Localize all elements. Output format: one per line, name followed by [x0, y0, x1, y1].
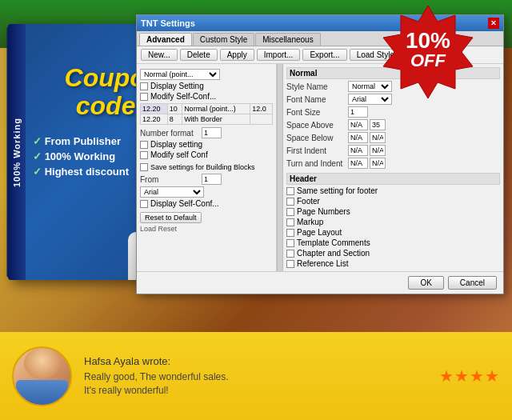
font-size-label: Font Size	[286, 108, 346, 117]
first-indent-row: First Indent	[286, 145, 500, 156]
turn-indent-row: Turn and Indent	[286, 158, 500, 169]
chapter-section-check: Chapter and Section	[286, 249, 500, 258]
reviewer-name: Hafsa Ayala wrote:	[84, 355, 427, 367]
list-item: Highest discount	[33, 166, 129, 178]
tab-custom-style[interactable]: Custom Style	[193, 33, 254, 46]
template-comments-label: Template Comments	[297, 238, 370, 247]
modify-selfconf-checkbox[interactable]	[140, 93, 148, 101]
reset-default-button[interactable]: Reset to Default	[140, 212, 202, 223]
turn-indent-input[interactable]	[348, 158, 368, 169]
font-size-input[interactable]	[348, 106, 368, 118]
space-below-label: Space Below	[286, 134, 346, 142]
list-item: 100% Working	[33, 150, 129, 162]
page-layout-checkbox[interactable]	[286, 229, 294, 237]
from-input[interactable]	[202, 174, 222, 185]
delete-button[interactable]: Delete	[180, 49, 218, 61]
style-name-label: Style Name	[286, 82, 346, 91]
display-setting-checkbox[interactable]	[140, 82, 148, 90]
same-footer-check: Same setting for footer	[286, 186, 500, 195]
reference-list-label: Reference List	[297, 259, 348, 268]
display-selfconf-label: Display Self-Conf...	[150, 199, 219, 208]
cancel-button[interactable]: Cancel	[448, 276, 497, 290]
space-above-input2[interactable]	[370, 119, 386, 130]
template-comments-checkbox[interactable]	[286, 239, 294, 247]
ok-button[interactable]: OK	[408, 276, 443, 290]
reset-area: Reset to Default	[140, 212, 273, 223]
save-settings-check: Save settings for Building Blocks	[140, 163, 273, 171]
modify-check2: Modify self Conf	[140, 150, 273, 159]
feature-list: From Publisher 100% Working Highest disc…	[33, 132, 129, 181]
tab-advanced[interactable]: Advanced	[139, 33, 192, 46]
space-below-input2[interactable]	[370, 132, 386, 143]
dialog-footer: OK Cancel	[137, 271, 503, 294]
styles-table: 12.20 10 Normal (point...) 12.0 12.20 8 …	[140, 103, 273, 125]
turn-indent-input2[interactable]	[370, 158, 386, 169]
page-numbers-check: Page Numbers	[286, 207, 500, 216]
stars-area: ★★★★	[439, 366, 500, 386]
display-setting-label: Display Setting	[150, 82, 204, 90]
markup-label: Markup	[297, 218, 323, 226]
same-footer-label: Same setting for footer	[297, 186, 378, 195]
display-selfconf-check: Display Self-Conf...	[140, 199, 273, 208]
modify-selfconf-label: Modify Self-Conf...	[150, 92, 216, 101]
display-check2: Display setting	[140, 140, 273, 149]
first-indent-input2[interactable]	[370, 145, 386, 156]
page-layout-check: Page Layout	[286, 228, 500, 237]
footer-label: Footer	[297, 197, 320, 206]
panel-divider	[277, 64, 283, 282]
table-row: 12.20 10 Normal (point...) 12.0	[141, 104, 273, 114]
svg-text:10%: 10%	[406, 28, 450, 53]
style-select[interactable]: Normal (point...	[140, 69, 220, 80]
number-format-row: Number format	[140, 127, 273, 138]
modify-label2: Modify self Conf	[150, 150, 208, 159]
table-row: 12.20 8 With Border	[141, 114, 273, 125]
modify-checkbox2[interactable]	[140, 151, 148, 159]
reviewer-avatar	[12, 346, 72, 406]
chapter-section-checkbox[interactable]	[286, 250, 294, 258]
side-text-label: 100% Working	[12, 118, 22, 187]
display-selfconf-checkbox[interactable]	[140, 200, 148, 208]
page-numbers-label: Page Numbers	[297, 207, 350, 216]
font-select-left[interactable]: Arial	[140, 186, 204, 198]
footer-check: Footer	[286, 197, 500, 206]
export-button[interactable]: Export...	[302, 49, 346, 61]
first-indent-input[interactable]	[348, 145, 368, 156]
font-name-label: Font Name	[286, 95, 346, 104]
style-dropdown-row: Normal (point...	[140, 69, 273, 80]
display-checkbox2[interactable]	[140, 141, 148, 149]
space-above-row: Space Above	[286, 119, 500, 130]
styles-table-area: 12.20 10 Normal (point...) 12.0 12.20 8 …	[140, 103, 273, 125]
review-text: Really good, The wonderful sales. It's r…	[84, 370, 427, 398]
modify-selfconf-check: Modify Self-Conf...	[140, 92, 273, 101]
markup-check: Markup	[286, 218, 500, 226]
number-format-input[interactable]	[202, 127, 222, 138]
first-indent-label: First Indent	[286, 146, 346, 155]
reference-list-check: Reference List	[286, 259, 500, 268]
star-rating: ★★★★	[439, 366, 500, 386]
tab-miscellaneous[interactable]: Miscellaneous	[255, 33, 320, 46]
space-below-input[interactable]	[348, 132, 368, 143]
same-footer-checkbox[interactable]	[286, 187, 294, 195]
import-button[interactable]: Import...	[257, 49, 301, 61]
new-button[interactable]: New...	[141, 49, 178, 61]
space-above-input[interactable]	[348, 119, 368, 130]
apply-button[interactable]: Apply	[220, 49, 254, 61]
markup-checkbox[interactable]	[286, 218, 294, 226]
close-button[interactable]: ✕	[488, 18, 499, 29]
header-section-title: Header	[286, 173, 500, 185]
page-numbers-checkbox[interactable]	[286, 208, 294, 216]
page-layout-label: Page Layout	[297, 228, 342, 237]
reference-list-checkbox[interactable]	[286, 260, 294, 268]
save-settings-checkbox[interactable]	[140, 163, 148, 171]
side-label: 100% Working	[8, 24, 26, 280]
number-format-label: Number format	[140, 129, 200, 138]
review-area: Hafsa Ayala wrote: Really good, The wond…	[0, 332, 512, 420]
load-reset-label: Load Reset	[140, 225, 273, 233]
svg-text:OFF: OFF	[410, 50, 446, 70]
footer-checkbox[interactable]	[286, 198, 294, 206]
save-settings-label: Save settings for Building Blocks	[150, 163, 255, 171]
from-label: From	[140, 175, 200, 184]
string-row: From	[140, 174, 273, 185]
header-section: Header Same setting for footer Footer Pa…	[286, 173, 500, 268]
review-content: Hafsa Ayala wrote: Really good, The wond…	[84, 355, 427, 398]
